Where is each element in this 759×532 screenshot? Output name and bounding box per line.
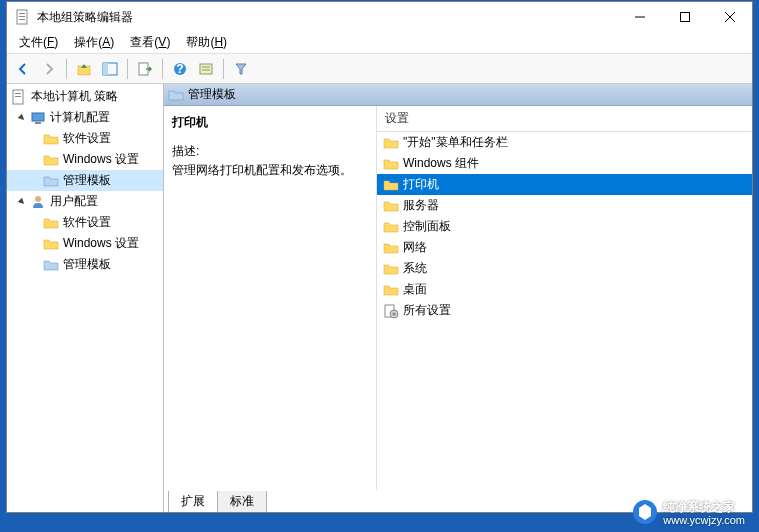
folder-icon xyxy=(43,236,59,252)
toolbar-separator xyxy=(223,59,224,79)
menu-help[interactable]: 帮助(H) xyxy=(178,32,235,53)
list-item[interactable]: Windows 组件 xyxy=(377,153,752,174)
tab-extended[interactable]: 扩展 xyxy=(168,491,218,512)
titlebar-buttons xyxy=(617,2,752,32)
export-button[interactable] xyxy=(133,57,157,81)
tree-root[interactable]: 本地计算机 策略 xyxy=(7,86,163,107)
detail-desc-text: 管理网络打印机配置和发布选项。 xyxy=(172,162,368,179)
svg-point-25 xyxy=(393,312,396,315)
svg-rect-21 xyxy=(35,122,41,124)
app-window: 本地组策略编辑器 文件(F) 操作(A) 查看(V) 帮助(H) ? xyxy=(6,1,753,513)
tree-admin-templates[interactable]: 管理模板 xyxy=(7,254,163,275)
folder-icon xyxy=(383,240,399,256)
settings-icon xyxy=(383,303,399,319)
tree-label: 计算机配置 xyxy=(50,109,110,126)
list-item[interactable]: 打印机 xyxy=(377,174,752,195)
list-item-label: 服务器 xyxy=(403,197,439,214)
list-item-label: Windows 组件 xyxy=(403,155,479,172)
titlebar: 本地组策略编辑器 xyxy=(7,2,752,32)
toolbar-separator xyxy=(66,59,67,79)
minimize-button[interactable] xyxy=(617,2,662,32)
list-header-settings[interactable]: 设置 xyxy=(377,106,752,132)
folder-icon xyxy=(43,152,59,168)
close-button[interactable] xyxy=(707,2,752,32)
menubar: 文件(F) 操作(A) 查看(V) 帮助(H) xyxy=(7,32,752,54)
list-item[interactable]: "开始"菜单和任务栏 xyxy=(377,132,752,153)
folder-icon xyxy=(383,135,399,151)
user-icon xyxy=(30,194,46,210)
svg-rect-3 xyxy=(19,19,25,20)
tree-label: 管理模板 xyxy=(63,172,111,189)
list-item-label: 网络 xyxy=(403,239,427,256)
right-pane: 管理模板 打印机 描述: 管理网络打印机配置和发布选项。 设置 "开始"菜单和任… xyxy=(164,84,752,512)
tree-user-config[interactable]: 用户配置 xyxy=(7,191,163,212)
tree-label: 用户配置 xyxy=(50,193,98,210)
filter-button[interactable] xyxy=(229,57,253,81)
list-item-label: 控制面板 xyxy=(403,218,451,235)
svg-point-22 xyxy=(35,196,41,202)
list-pane[interactable]: 设置 "开始"菜单和任务栏Windows 组件打印机服务器控制面板网络系统桌面所… xyxy=(377,106,752,490)
watermark-brand: 纯净系统之家 xyxy=(663,499,745,516)
menu-view[interactable]: 查看(V) xyxy=(122,32,178,53)
folder-icon xyxy=(43,215,59,231)
toolbar-separator xyxy=(127,59,128,79)
breadcrumb-label: 管理模板 xyxy=(188,86,236,103)
tree-windows-settings[interactable]: Windows 设置 xyxy=(7,233,163,254)
list-item[interactable]: 桌面 xyxy=(377,279,752,300)
tree-software-settings[interactable]: 软件设置 xyxy=(7,212,163,233)
tree-software-settings[interactable]: 软件设置 xyxy=(7,128,163,149)
right-body: 打印机 描述: 管理网络打印机配置和发布选项。 设置 "开始"菜单和任务栏Win… xyxy=(164,106,752,490)
tree-windows-settings[interactable]: Windows 设置 xyxy=(7,149,163,170)
tree-label: 本地计算机 策略 xyxy=(31,88,118,105)
tree-label: 软件设置 xyxy=(63,214,111,231)
tree-collapse-icon[interactable] xyxy=(15,111,29,125)
forward-button[interactable] xyxy=(37,57,61,81)
folder-icon xyxy=(43,131,59,147)
detail-desc-label: 描述: xyxy=(172,143,368,160)
folder-icon xyxy=(383,177,399,193)
watermark-url: www.ycwjzy.com xyxy=(663,514,745,526)
detail-title: 打印机 xyxy=(172,114,368,131)
folder-icon xyxy=(383,198,399,214)
list-item[interactable]: 控制面板 xyxy=(377,216,752,237)
titlebar-text: 本地组策略编辑器 xyxy=(37,9,617,26)
properties-button[interactable] xyxy=(194,57,218,81)
list-item-label: 桌面 xyxy=(403,281,427,298)
tree-label: 管理模板 xyxy=(63,256,111,273)
up-button[interactable] xyxy=(72,57,96,81)
svg-rect-5 xyxy=(680,13,689,22)
list-item-label: "开始"菜单和任务栏 xyxy=(403,134,508,151)
folder-icon xyxy=(383,282,399,298)
tab-standard[interactable]: 标准 xyxy=(217,491,267,512)
list-item-label: 所有设置 xyxy=(403,302,451,319)
svg-rect-20 xyxy=(32,113,44,121)
content-area: 本地计算机 策略 计算机配置 软件设置 Windows 设置 xyxy=(7,84,752,512)
back-button[interactable] xyxy=(11,57,35,81)
policy-icon xyxy=(11,89,27,105)
folder-icon xyxy=(383,219,399,235)
list-item[interactable]: 系统 xyxy=(377,258,752,279)
menu-action[interactable]: 操作(A) xyxy=(66,32,122,53)
tree-pane[interactable]: 本地计算机 策略 计算机配置 软件设置 Windows 设置 xyxy=(7,84,164,512)
maximize-button[interactable] xyxy=(662,2,707,32)
list-item[interactable]: 网络 xyxy=(377,237,752,258)
list-item[interactable]: 服务器 xyxy=(377,195,752,216)
folder-icon xyxy=(168,87,184,103)
list-item[interactable]: 所有设置 xyxy=(377,300,752,321)
tree-admin-templates[interactable]: 管理模板 xyxy=(7,170,163,191)
menu-file[interactable]: 文件(F) xyxy=(11,32,66,53)
svg-rect-10 xyxy=(103,63,108,75)
tree-collapse-icon[interactable] xyxy=(15,195,29,209)
help-button[interactable]: ? xyxy=(168,57,192,81)
show-hide-tree-button[interactable] xyxy=(98,57,122,81)
folder-icon xyxy=(43,257,59,273)
svg-rect-2 xyxy=(19,16,25,17)
tree-computer-config[interactable]: 计算机配置 xyxy=(7,107,163,128)
breadcrumb: 管理模板 xyxy=(164,84,752,106)
app-icon xyxy=(15,9,31,25)
svg-rect-14 xyxy=(200,64,212,74)
computer-icon xyxy=(30,110,46,126)
detail-pane: 打印机 描述: 管理网络打印机配置和发布选项。 xyxy=(164,106,377,490)
list-item-label: 系统 xyxy=(403,260,427,277)
folder-icon xyxy=(383,261,399,277)
